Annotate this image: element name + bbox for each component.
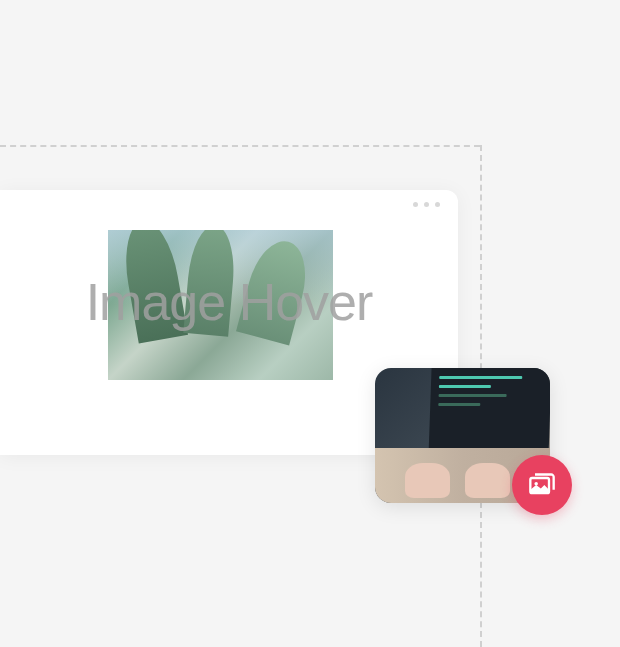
feature-title-overlay: Image Hover bbox=[0, 272, 458, 332]
thumbnail-code-lines bbox=[438, 376, 543, 412]
browser-dot bbox=[413, 202, 418, 207]
decorative-dashed-border-top bbox=[0, 145, 480, 147]
browser-dot bbox=[424, 202, 429, 207]
thumbnail-laptop-screen bbox=[428, 368, 550, 458]
browser-dot bbox=[435, 202, 440, 207]
images-icon bbox=[528, 471, 556, 499]
thumbnail-hand bbox=[465, 463, 510, 498]
gallery-badge[interactable] bbox=[512, 455, 572, 515]
thumbnail-hand bbox=[405, 463, 450, 498]
browser-window-controls bbox=[413, 202, 440, 207]
